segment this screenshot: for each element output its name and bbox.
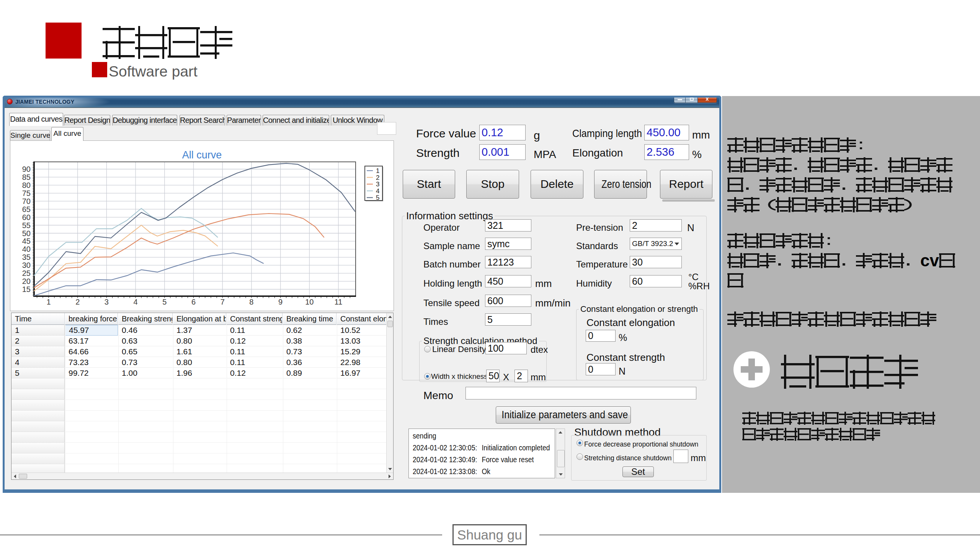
svg-text:15: 15 (22, 285, 31, 293)
svg-text:11: 11 (335, 298, 343, 306)
svg-text:6: 6 (191, 298, 196, 306)
svg-text:1: 1 (376, 167, 379, 174)
svg-text:55: 55 (22, 221, 31, 230)
svg-text:1: 1 (46, 298, 51, 306)
svg-text:45: 45 (22, 237, 31, 245)
svg-text:30: 30 (22, 261, 31, 269)
svg-text:2: 2 (376, 174, 379, 181)
svg-text:3: 3 (105, 298, 109, 306)
svg-text:5: 5 (162, 298, 167, 306)
svg-text:4: 4 (134, 298, 138, 306)
svg-text:70: 70 (22, 197, 31, 205)
svg-text:80: 80 (22, 181, 31, 189)
svg-text:7: 7 (220, 298, 225, 306)
svg-text:5: 5 (376, 194, 379, 201)
svg-text:65: 65 (22, 205, 31, 214)
svg-text:40: 40 (22, 245, 31, 253)
svg-text:35: 35 (22, 253, 31, 261)
svg-text:3: 3 (376, 181, 379, 188)
svg-text:60: 60 (22, 213, 31, 222)
svg-text:25: 25 (22, 269, 31, 277)
svg-text:50: 50 (22, 229, 31, 238)
svg-text:20: 20 (22, 277, 31, 285)
svg-text:4: 4 (376, 187, 379, 195)
svg-text:75: 75 (22, 189, 31, 197)
svg-text:9: 9 (278, 298, 283, 306)
svg-text:90: 90 (22, 165, 31, 173)
svg-text:2: 2 (75, 298, 80, 306)
svg-text:10: 10 (305, 298, 314, 306)
svg-text:8: 8 (249, 298, 253, 306)
svg-text:85: 85 (22, 173, 31, 181)
